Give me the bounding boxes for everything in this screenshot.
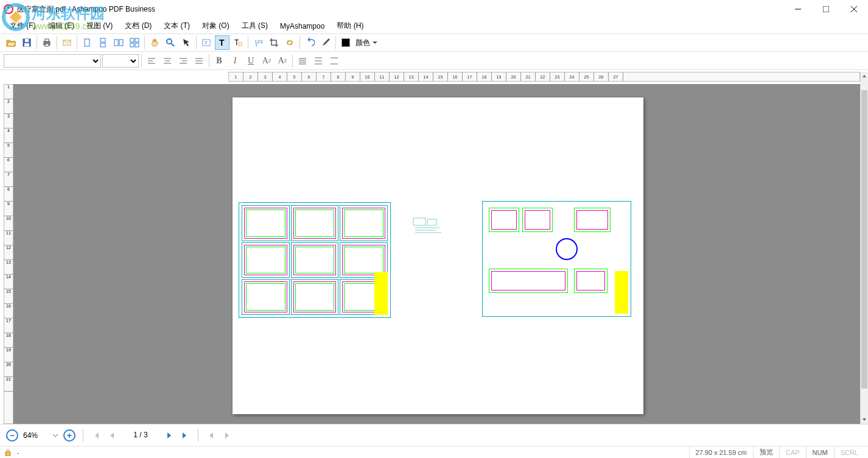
font-family-select[interactable]	[4, 54, 101, 68]
svg-rect-60	[5, 452, 10, 456]
scrollbar-thumb[interactable]	[861, 90, 867, 389]
svg-text:T: T	[255, 43, 258, 48]
svg-rect-23	[130, 43, 134, 47]
cad-drawing-mid	[412, 217, 446, 236]
menu-object[interactable]: 对象 (O)	[197, 19, 234, 32]
svg-line-26	[171, 43, 174, 46]
lock-icon	[4, 448, 12, 457]
document-viewport[interactable]	[13, 84, 860, 424]
status-cap: CAP	[779, 446, 806, 458]
vertical-scrollbar[interactable]	[860, 72, 868, 424]
align-center-button[interactable]	[160, 54, 175, 68]
page-number-input[interactable]	[122, 429, 159, 442]
color-dropdown-arrow[interactable]	[373, 41, 377, 44]
two-page-button[interactable]	[111, 35, 126, 50]
zoom-out-button[interactable]: −	[6, 429, 18, 442]
menu-help[interactable]: 帮助 (H)	[332, 19, 368, 32]
svg-rect-22	[135, 38, 139, 42]
underline-button[interactable]: U	[243, 54, 258, 68]
bold-button[interactable]: B	[212, 54, 226, 68]
color-picker[interactable]	[338, 35, 353, 50]
status-dash: -	[17, 449, 19, 456]
line-spacing-1-button[interactable]	[295, 54, 310, 68]
minimize-button[interactable]	[784, 0, 812, 18]
text-select-tool[interactable]: T	[199, 35, 214, 50]
svg-rect-55	[413, 218, 425, 225]
print-button[interactable]	[40, 35, 54, 50]
scroll-up-arrow[interactable]	[861, 72, 868, 80]
text-box-tool[interactable]: T	[231, 35, 245, 50]
zoom-dropdown-arrow[interactable]	[52, 432, 58, 439]
svg-rect-13	[45, 39, 49, 41]
open-button[interactable]	[4, 35, 18, 50]
svg-rect-31	[239, 43, 242, 46]
hand-tool[interactable]	[147, 35, 162, 50]
forward-button[interactable]	[222, 430, 233, 441]
pdf-page	[233, 97, 643, 414]
text-edit-tool[interactable]: T	[215, 35, 229, 50]
app-icon	[4, 4, 13, 14]
next-page-button[interactable]	[164, 430, 175, 441]
navigation-bar: − 64% +	[0, 424, 868, 446]
menu-document[interactable]: 文档 (D)	[120, 19, 156, 32]
fill-color-swatch	[341, 38, 350, 47]
horizontal-ruler: 1234567891011121314151617181920212223242…	[228, 72, 860, 82]
menu-myashampoo[interactable]: MyAshampoo	[275, 21, 329, 32]
menu-text[interactable]: 文本 (T)	[159, 19, 195, 32]
line-spacing-2-button[interactable]	[311, 54, 326, 68]
svg-rect-20	[119, 40, 123, 46]
brush-tool[interactable]	[318, 35, 333, 50]
svg-rect-14	[45, 44, 49, 46]
format-toolbar: B I U A2 A2	[0, 52, 868, 70]
back-button[interactable]	[206, 430, 217, 441]
svg-rect-17	[100, 38, 105, 42]
scroll-down-arrow[interactable]	[861, 415, 868, 424]
zoom-tool[interactable]	[163, 35, 178, 50]
svg-rect-16	[85, 39, 89, 46]
font-size-select[interactable]	[102, 54, 139, 68]
close-button[interactable]	[840, 0, 868, 18]
cad-drawing-right	[482, 201, 631, 317]
main-toolbar: T T T 123T 颜色	[0, 33, 868, 52]
italic-button[interactable]: I	[228, 54, 242, 68]
svg-rect-10	[25, 39, 29, 42]
mail-button[interactable]	[60, 35, 74, 50]
link-tool[interactable]	[282, 35, 297, 50]
menu-edit[interactable]: 编辑 (E)	[43, 19, 79, 32]
first-page-button[interactable]	[91, 430, 102, 441]
two-page-cont-button[interactable]	[127, 35, 142, 50]
menu-view[interactable]: 视图 (V)	[82, 19, 117, 32]
crop-tool[interactable]	[267, 35, 281, 50]
titlebar: 医疗室立面.pdf - Ashampoo PDF Business	[0, 0, 868, 18]
select-tool[interactable]	[179, 35, 194, 50]
color-label: 颜色	[355, 38, 370, 48]
menu-tools[interactable]: 工具 (S)	[237, 19, 273, 32]
status-bar: - 27.90 x 21.59 cm 预览 CAP NUM SCRL	[0, 446, 868, 458]
align-justify-button[interactable]	[192, 54, 206, 68]
line-spacing-3-button[interactable]	[327, 54, 341, 68]
last-page-button[interactable]	[180, 430, 191, 441]
superscript-button[interactable]: A2	[259, 54, 274, 68]
single-page-button[interactable]	[80, 35, 94, 50]
svg-rect-21	[130, 38, 134, 42]
window-title: 医疗室立面.pdf - Ashampoo PDF Business	[17, 4, 155, 15]
zoom-in-button[interactable]: +	[63, 429, 75, 442]
svg-text:T: T	[219, 38, 225, 48]
prev-page-button[interactable]	[107, 430, 117, 441]
vertical-ruler: 123456789101112131415161718192021	[4, 84, 13, 424]
subscript-button[interactable]: A2	[275, 54, 290, 68]
svg-rect-18	[100, 43, 105, 47]
svg-rect-24	[135, 43, 139, 47]
maximize-button[interactable]	[812, 0, 840, 18]
align-left-button[interactable]	[144, 54, 159, 68]
svg-point-4	[7, 6, 10, 9]
insert-text-button[interactable]: 123T	[251, 35, 265, 50]
align-right-button[interactable]	[176, 54, 191, 68]
menu-file[interactable]: 文件 (F)	[5, 19, 41, 32]
undo-button[interactable]	[303, 35, 317, 50]
save-button[interactable]	[19, 35, 34, 50]
svg-text:T: T	[205, 40, 208, 46]
continuous-button[interactable]	[96, 35, 110, 50]
menubar: 文件 (F) 编辑 (E) 视图 (V) 文档 (D) 文本 (T) 对象 (O…	[0, 18, 868, 33]
svg-rect-6	[823, 6, 829, 12]
